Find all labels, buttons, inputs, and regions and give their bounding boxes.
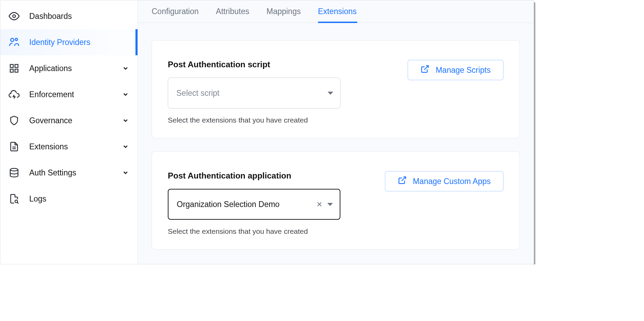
chevron-down-icon bbox=[122, 143, 129, 150]
manage-scripts-button[interactable]: Manage Scripts bbox=[407, 60, 504, 80]
content-area: Post Authentication script Select script… bbox=[138, 23, 534, 256]
external-link-icon bbox=[421, 65, 429, 76]
card-title: Post Authentication script bbox=[168, 60, 395, 69]
external-link-icon bbox=[398, 176, 407, 187]
svg-rect-4 bbox=[15, 65, 18, 68]
tab-attributes[interactable]: Attributes bbox=[216, 0, 249, 23]
post-auth-script-card: Post Authentication script Select script… bbox=[152, 40, 520, 138]
sidebar-item-extensions[interactable]: Extensions bbox=[0, 134, 138, 160]
app-window: Dashboards Identity Providers Applicatio… bbox=[0, 0, 534, 264]
clear-icon[interactable] bbox=[314, 199, 325, 209]
svg-rect-5 bbox=[10, 69, 13, 72]
sidebar-item-label: Dashboards bbox=[29, 12, 129, 21]
select-value: Organization Selection Demo bbox=[177, 200, 314, 209]
svg-point-10 bbox=[15, 200, 18, 203]
grid-icon bbox=[9, 63, 20, 74]
svg-point-0 bbox=[13, 15, 15, 18]
svg-line-15 bbox=[402, 177, 406, 181]
chevron-down-icon bbox=[122, 117, 129, 124]
select-placeholder: Select script bbox=[176, 89, 328, 98]
sidebar-item-label: Applications bbox=[29, 64, 122, 73]
eye-icon bbox=[9, 11, 20, 22]
sidebar-item-label: Auth Settings bbox=[29, 168, 122, 177]
sidebar-item-auth-settings[interactable]: Auth Settings bbox=[0, 160, 138, 186]
tab-extensions[interactable]: Extensions bbox=[318, 0, 357, 23]
file-icon bbox=[9, 141, 20, 152]
main-content: Configuration Attributes Mappings Extens… bbox=[138, 0, 534, 264]
sidebar: Dashboards Identity Providers Applicatio… bbox=[0, 0, 138, 264]
sidebar-item-label: Enforcement bbox=[29, 90, 122, 99]
sidebar-item-label: Extensions bbox=[29, 142, 122, 151]
tab-configuration[interactable]: Configuration bbox=[152, 0, 199, 23]
file-search-icon bbox=[9, 193, 20, 204]
svg-point-2 bbox=[15, 38, 18, 41]
chevron-down-icon bbox=[122, 65, 129, 72]
sidebar-item-label: Governance bbox=[29, 116, 122, 125]
svg-line-11 bbox=[17, 203, 18, 204]
svg-line-12 bbox=[424, 66, 428, 70]
chevron-down-icon bbox=[122, 91, 129, 98]
caret-down-icon bbox=[328, 92, 333, 95]
sidebar-item-logs[interactable]: Logs bbox=[0, 186, 138, 212]
chevron-down-icon bbox=[122, 169, 129, 176]
sidebar-item-label: Logs bbox=[29, 194, 129, 204]
sidebar-item-governance[interactable]: Governance bbox=[0, 107, 138, 134]
caret-down-icon bbox=[327, 203, 333, 206]
tab-mappings[interactable]: Mappings bbox=[266, 0, 301, 23]
script-select[interactable]: Select script bbox=[168, 78, 340, 108]
sidebar-item-enforcement[interactable]: Enforcement bbox=[0, 81, 138, 107]
cloud-bolt-icon bbox=[9, 89, 20, 100]
help-text: Select the extensions that you have crea… bbox=[168, 227, 376, 236]
users-icon bbox=[9, 37, 20, 48]
tab-bar: Configuration Attributes Mappings Extens… bbox=[138, 0, 534, 23]
sidebar-item-dashboards[interactable]: Dashboards bbox=[0, 3, 138, 29]
svg-point-1 bbox=[11, 38, 14, 42]
svg-point-9 bbox=[10, 169, 18, 171]
database-icon bbox=[9, 167, 20, 178]
help-text: Select the extensions that you have crea… bbox=[168, 116, 395, 124]
svg-rect-6 bbox=[15, 69, 18, 72]
sidebar-item-identity-providers[interactable]: Identity Providers bbox=[0, 29, 138, 55]
manage-custom-apps-button[interactable]: Manage Custom Apps bbox=[385, 171, 504, 192]
post-auth-app-card: Post Authentication application Organiza… bbox=[152, 151, 520, 250]
svg-rect-3 bbox=[10, 65, 13, 68]
button-label: Manage Scripts bbox=[436, 66, 491, 75]
app-select[interactable]: Organization Selection Demo bbox=[168, 189, 340, 220]
shield-icon bbox=[9, 115, 20, 126]
card-title: Post Authentication application bbox=[168, 171, 376, 181]
button-label: Manage Custom Apps bbox=[413, 177, 491, 186]
sidebar-item-applications[interactable]: Applications bbox=[0, 55, 138, 81]
sidebar-item-label: Identity Providers bbox=[29, 38, 129, 47]
